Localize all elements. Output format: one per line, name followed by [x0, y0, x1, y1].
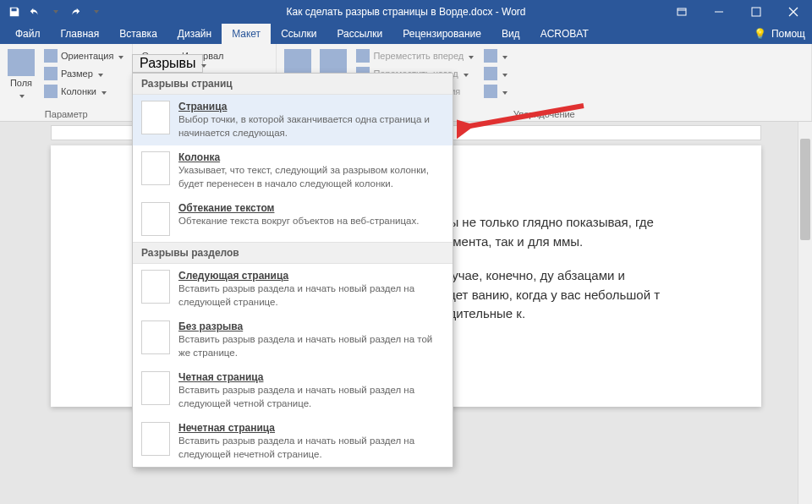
- svg-line-6: [465, 106, 584, 127]
- align-button[interactable]: [480, 47, 511, 64]
- group-button[interactable]: [480, 65, 511, 82]
- dropdown-item-page-break[interactable]: Страница Выбор точки, в которой заканчив…: [133, 95, 453, 145]
- page-break-icon: [141, 101, 170, 134]
- annotation-arrow: [457, 97, 592, 148]
- window-controls: [663, 0, 812, 24]
- bring-forward-button[interactable]: Переместить вперед: [353, 47, 477, 64]
- chevron-down-icon: [200, 56, 206, 71]
- chevron-down-icon: [462, 68, 469, 79]
- text-wrap-icon: [141, 202, 170, 236]
- scrollbar-thumb[interactable]: [800, 139, 810, 240]
- margins-label: Поля: [10, 78, 32, 88]
- quick-access-toolbar: [0, 3, 105, 21]
- chevron-down-icon: [18, 90, 25, 100]
- bring-forward-icon: [356, 49, 370, 63]
- save-icon[interactable]: [5, 3, 24, 21]
- chevron-down-icon: [117, 51, 123, 61]
- columns-button[interactable]: Колонки: [41, 83, 127, 100]
- tell-me-icon[interactable]: 💡: [754, 28, 766, 40]
- even-page-icon: [141, 371, 170, 405]
- redo-icon[interactable]: [66, 3, 85, 21]
- breaks-button[interactable]: Разрывы: [132, 54, 203, 73]
- group-icon: [484, 67, 497, 80]
- qat-customize-icon[interactable]: [86, 3, 105, 21]
- continuous-icon: [141, 320, 170, 354]
- dropdown-item-continuous[interactable]: Без разрыва Вставить разрыв раздела и на…: [133, 315, 453, 365]
- tab-mailings[interactable]: Рассылки: [326, 24, 392, 44]
- window-title: Как сделать разрыв страницы в Ворде.docx…: [286, 6, 525, 18]
- group-page-setup: Поля Ориентация Размер Колонки Параметр: [0, 44, 133, 121]
- columns-icon: [44, 85, 58, 98]
- tab-file[interactable]: Файл: [5, 24, 51, 44]
- tab-acrobat[interactable]: ACROBAT: [530, 24, 599, 44]
- dropdown-item-next-page[interactable]: Следующая страница Вставить разрыв разде…: [133, 264, 453, 315]
- tab-design[interactable]: Дизайн: [167, 24, 222, 44]
- orientation-icon: [44, 49, 58, 63]
- ribbon-display-icon[interactable]: [663, 0, 700, 24]
- help-label[interactable]: Помощ: [771, 28, 805, 40]
- dropdown-header-sections: Разрывы разделов: [133, 242, 453, 264]
- maximize-icon[interactable]: [738, 0, 775, 24]
- rotate-icon: [484, 85, 497, 98]
- close-icon[interactable]: [775, 0, 812, 24]
- breaks-dropdown: Разрывы страниц Страница Выбор точки, в …: [132, 73, 453, 468]
- chevron-down-icon: [467, 51, 474, 61]
- tab-insert[interactable]: Вставка: [109, 24, 167, 44]
- column-break-icon: [141, 151, 170, 185]
- tab-home[interactable]: Главная: [51, 24, 110, 44]
- ribbon-tabs: Файл Главная Вставка Дизайн Макет Ссылки…: [0, 24, 812, 44]
- tab-review[interactable]: Рецензирование: [392, 24, 491, 44]
- size-button[interactable]: Размер: [41, 65, 127, 82]
- group-label-pagesetup: Параметр: [5, 107, 127, 121]
- chevron-down-icon: [501, 51, 508, 61]
- size-icon: [44, 67, 58, 80]
- dropdown-item-odd-page[interactable]: Нечетная страница Вставить разрыв раздел…: [133, 416, 453, 467]
- chevron-down-icon: [501, 86, 508, 96]
- odd-page-icon: [141, 422, 170, 456]
- svg-rect-0: [678, 8, 686, 15]
- chevron-down-icon: [501, 68, 508, 79]
- svg-rect-3: [752, 8, 760, 16]
- dropdown-item-column-break[interactable]: Колонка Указывает, что текст, следующий …: [133, 145, 453, 196]
- dropdown-item-even-page[interactable]: Четная страница Вставить разрыв раздела …: [133, 365, 453, 416]
- dropdown-item-text-wrap-break[interactable]: Обтекание текстом Обтекание текста вокру…: [133, 196, 453, 242]
- chevron-down-icon: [96, 68, 103, 79]
- align-icon: [484, 49, 497, 63]
- minimize-icon[interactable]: [700, 0, 738, 24]
- undo-dropdown-icon[interactable]: [46, 3, 64, 21]
- tab-view[interactable]: Вид: [491, 24, 530, 44]
- tab-references[interactable]: Ссылки: [271, 24, 326, 44]
- orientation-button[interactable]: Ориентация: [41, 47, 127, 64]
- tab-layout[interactable]: Макет: [222, 24, 271, 44]
- title-bar: Как сделать разрыв страницы в Ворде.docx…: [0, 0, 812, 24]
- vertical-scrollbar[interactable]: [798, 122, 812, 504]
- margins-icon: [8, 49, 35, 76]
- chevron-down-icon: [100, 86, 107, 96]
- dropdown-header-pages: Разрывы страниц: [133, 74, 453, 95]
- next-page-icon: [141, 270, 170, 304]
- undo-icon[interactable]: [25, 3, 44, 21]
- margins-button[interactable]: Поля: [5, 46, 37, 100]
